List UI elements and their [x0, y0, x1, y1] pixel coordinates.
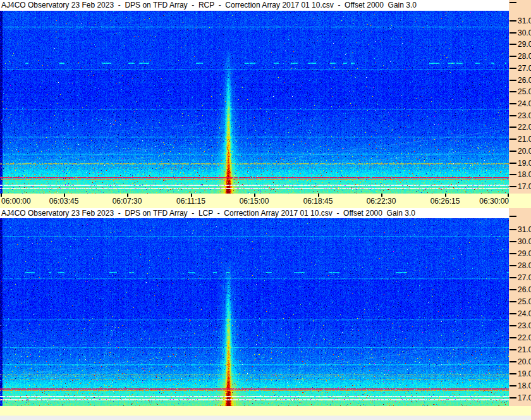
- freq-label: 23.0: [518, 112, 531, 120]
- freq-label: 31.0: [518, 17, 531, 25]
- freq-tick: [510, 289, 516, 290]
- freq-tick: [510, 253, 516, 254]
- time-label: 06:15:00: [229, 197, 279, 206]
- spectrogram-rcp: [0, 11, 509, 194]
- freq-tick: [510, 385, 516, 386]
- spectrograph-window: AJ4CO Observatory 23 Feb 2023 - DPS on T…: [0, 0, 531, 420]
- freq-tick-top: [510, 216, 516, 217]
- freq-label: 18.0: [518, 382, 531, 390]
- freq-label: 26.0: [518, 77, 531, 84]
- bottom-bar: [0, 416, 531, 420]
- time-label: 06:00:00: [1, 197, 31, 206]
- freq-tick: [510, 103, 516, 104]
- freq-label: 17.0: [518, 394, 531, 402]
- freq-label: 21.0: [518, 135, 531, 143]
- freq-tick: [510, 349, 516, 350]
- freq-tick: [510, 139, 516, 140]
- time-label: 06:11:15: [166, 197, 216, 206]
- freq-tick: [510, 174, 516, 175]
- freq-tick: [510, 91, 516, 92]
- freq-tick: [510, 373, 516, 374]
- time-label: 06:03:45: [39, 197, 89, 206]
- freq-label: 20.0: [518, 358, 531, 366]
- freq-label: 29.0: [518, 250, 531, 257]
- time-label: 06:07:30: [102, 197, 152, 206]
- freq-label: 28.0: [518, 52, 531, 60]
- freq-label: 24.0: [518, 100, 531, 108]
- freq-tick: [510, 241, 516, 242]
- freq-tick: [510, 68, 516, 69]
- freq-label: 30.0: [518, 238, 531, 245]
- freq-label: 20.0: [518, 147, 531, 155]
- freq-label: 24.0: [518, 310, 531, 318]
- time-label: 06:18:45: [293, 197, 343, 206]
- panel-title-rcp: AJ4CO Observatory 23 Feb 2023 - DPS on T…: [0, 0, 509, 10]
- freq-tick: [510, 325, 516, 326]
- time-axis-cropped: [0, 406, 531, 416]
- freq-label: 17.0: [518, 183, 531, 190]
- freq-label: 19.0: [518, 159, 531, 167]
- freq-tick: [510, 186, 516, 187]
- freq-tick-top: [510, 2, 516, 3]
- freq-tick: [510, 277, 516, 278]
- freq-tick: [510, 56, 516, 57]
- freq-tick: [510, 361, 516, 362]
- freq-label: 22.0: [518, 123, 531, 131]
- freq-tick: [510, 265, 516, 266]
- freq-tick: [510, 229, 516, 230]
- freq-label: 22.0: [518, 334, 531, 342]
- freq-tick: [510, 32, 516, 34]
- freq-tick: [510, 163, 516, 164]
- freq-label: 29.0: [518, 40, 531, 48]
- time-label: 06:30:00: [458, 197, 509, 206]
- freq-tick: [510, 301, 516, 302]
- freq-label: 26.0: [518, 286, 531, 293]
- freq-tick: [510, 397, 516, 398]
- panel-title-lcp: AJ4CO Observatory 23 Feb 2023 - DPS on T…: [0, 208, 509, 218]
- freq-label: 25.0: [518, 88, 531, 96]
- freq-tick: [510, 337, 516, 338]
- freq-label: 21.0: [518, 346, 531, 354]
- freq-label: 18.0: [518, 171, 531, 178]
- freq-tick: [510, 80, 516, 81]
- freq-label: 30.0: [518, 29, 531, 37]
- freq-label: 28.0: [518, 262, 531, 269]
- freq-tick: [510, 313, 516, 314]
- freq-label: 27.0: [518, 65, 531, 72]
- freq-tick: [510, 115, 516, 116]
- freq-label: 31.0: [518, 226, 531, 233]
- freq-label: 27.0: [518, 274, 531, 281]
- freq-label: 19.0: [518, 370, 531, 378]
- freq-label: 23.0: [518, 322, 531, 330]
- freq-tick: [510, 127, 516, 128]
- freq-label: 25.0: [518, 298, 531, 306]
- spectrogram-lcp: [0, 218, 509, 406]
- freq-tick: [510, 151, 516, 152]
- freq-tick: [510, 44, 516, 45]
- freq-tick: [510, 20, 516, 22]
- time-label: 06:22:30: [356, 197, 406, 206]
